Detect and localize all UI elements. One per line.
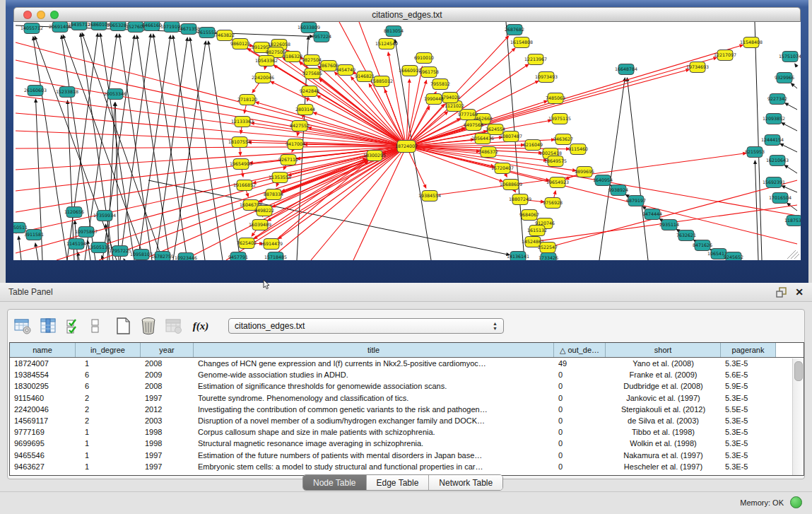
graph-node[interactable]: 12213967 xyxy=(524,54,547,65)
graph-node[interactable]: 9275685 xyxy=(302,69,322,79)
table-row[interactable]: 969969511998Structural magnetic resonanc… xyxy=(10,438,804,449)
cell[interactable]: 5.9E-5 xyxy=(721,382,776,390)
cell[interactable]: 0 xyxy=(554,439,606,448)
clear-row-selection-icon[interactable] xyxy=(90,317,101,335)
graph-node[interactable]: 9684067 xyxy=(519,210,539,221)
graph-node[interactable]: 12133363 xyxy=(231,117,254,127)
cell[interactable]: 1998 xyxy=(141,428,194,436)
graph-node[interactable]: 9463627 xyxy=(553,134,573,145)
cell[interactable]: 0 xyxy=(554,451,606,460)
zoom-window-button[interactable] xyxy=(50,11,59,19)
cell[interactable]: Tourette syndrome. Phenomenology and cla… xyxy=(194,394,554,402)
cell[interactable]: 2 xyxy=(76,405,141,414)
cell[interactable]: 0 xyxy=(554,462,606,471)
cell[interactable]: 5.3E-5 xyxy=(721,439,776,448)
graph-node[interactable]: 16648784 xyxy=(615,64,637,75)
cell[interactable]: 2008 xyxy=(141,382,194,390)
cell[interactable]: de Silva et al. (2003) xyxy=(606,416,721,425)
cell[interactable]: Investigating the contribution of common… xyxy=(194,405,554,414)
graph-node[interactable]: 6910010 xyxy=(414,53,434,64)
table-row[interactable]: 1872400712008Changes of HCN gene express… xyxy=(10,358,804,369)
cell[interactable]: Jankovic et al. (1997) xyxy=(606,394,721,402)
cell[interactable]: 9463627 xyxy=(10,462,76,471)
column-header-5[interactable]: short xyxy=(606,343,721,357)
graph-node[interactable]: 19654903 xyxy=(230,159,252,170)
function-builder-icon[interactable]: f(x) xyxy=(190,317,211,335)
close-window-button[interactable] xyxy=(23,11,32,19)
cell[interactable]: 0 xyxy=(554,416,606,425)
cell[interactable]: 5.6E-5 xyxy=(721,370,776,379)
graph-node[interactable]: 9938924 xyxy=(608,185,628,196)
graph-node[interactable]: 7615552 xyxy=(197,28,217,38)
column-header-2[interactable]: year xyxy=(141,343,194,357)
graph-node[interactable]: 7486372 xyxy=(478,147,498,158)
graph-node[interactable]: 11353554 xyxy=(269,173,291,183)
cell[interactable]: 1998 xyxy=(141,439,194,448)
cell[interactable]: 19384554 xyxy=(10,370,76,379)
column-header-1[interactable]: in_degree xyxy=(76,343,141,357)
graph-node[interactable]: 9242848 xyxy=(300,86,319,97)
graph-node[interactable]: 15751074 xyxy=(779,52,801,62)
cell[interactable]: 2003 xyxy=(141,416,194,425)
graph-node[interactable]: 8454749 xyxy=(336,65,355,76)
graph-node[interactable]: 18724007 xyxy=(395,141,418,153)
column-header-3[interactable]: title xyxy=(194,343,554,357)
graph-node[interactable]: 16914479 xyxy=(260,239,283,250)
graph-node[interactable]: 2522547 xyxy=(538,243,558,253)
graph-node[interactable]: 7463822 xyxy=(215,30,235,41)
cell[interactable]: Wolkin et al. (1998) xyxy=(606,439,721,448)
cell[interactable]: Changes of HCN gene expression and I(f) … xyxy=(194,359,554,368)
graph-node[interactable]: 6961758 xyxy=(419,67,439,78)
graph-node[interactable]: 16782759 xyxy=(151,252,174,261)
graph-node[interactable]: 15124549 xyxy=(375,39,398,49)
table-row[interactable]: 1938455462009Genome-wide association stu… xyxy=(10,369,804,380)
delete-table-icon[interactable] xyxy=(139,317,158,335)
cell[interactable]: 2009 xyxy=(141,370,194,379)
close-panel-icon[interactable]: ✕ xyxy=(795,286,804,298)
select-all-rows-icon[interactable] xyxy=(64,317,83,335)
graph-node[interactable]: 8813054 xyxy=(384,26,404,37)
cell[interactable]: Estimation of the future numbers of pati… xyxy=(194,451,554,460)
graph-node[interactable]: 1615132 xyxy=(527,226,547,236)
cell[interactable]: Stergiakouli et al. (2012) xyxy=(606,405,721,414)
graph-node[interactable]: 10958107 xyxy=(130,250,153,260)
graph-node[interactable]: 9474444 xyxy=(642,209,662,220)
cell[interactable]: 5.3E-5 xyxy=(721,359,776,368)
cell[interactable]: 5.3E-5 xyxy=(721,428,776,436)
cell[interactable]: 0 xyxy=(554,382,606,390)
vertical-scrollbar[interactable] xyxy=(792,358,804,475)
table-selector[interactable]: citations_edges.txt ▲▼ xyxy=(228,318,504,334)
graph-node[interactable]: 16154808 xyxy=(510,37,533,48)
table-row[interactable]: 1456911722003Disruption of a novel membe… xyxy=(10,415,804,426)
graph-node[interactable]: 7632621 xyxy=(676,230,696,241)
graph-node[interactable]: 19734693 xyxy=(686,62,709,73)
cell[interactable]: 5.3E-5 xyxy=(721,416,776,425)
graph-node[interactable]: 20053346 xyxy=(104,89,126,100)
tab-network-table[interactable]: Network Table xyxy=(429,475,502,490)
cell[interactable]: 9465546 xyxy=(10,451,76,460)
tab-edge-table[interactable]: Edge Table xyxy=(367,475,430,490)
column-header-0[interactable]: name xyxy=(10,343,76,357)
graph-node[interactable]: 6216049 xyxy=(523,140,543,151)
cell[interactable]: 9699695 xyxy=(10,439,76,448)
cell[interactable]: 5.5E-5 xyxy=(721,405,776,414)
graph-node[interactable]: 15718485 xyxy=(264,252,287,261)
graph-node[interactable]: 3911581 xyxy=(24,230,44,240)
table-row[interactable]: 977716911998Corpus callosum shape and si… xyxy=(10,426,804,438)
graph-node[interactable]: 6466160 xyxy=(142,22,162,31)
graph-node[interactable]: 9245652 xyxy=(724,252,743,261)
graph-node[interactable]: 11548408 xyxy=(740,37,763,48)
cell[interactable]: 1997 xyxy=(141,451,194,460)
graph-node[interactable]: 16660910 xyxy=(399,66,421,76)
cell[interactable]: 1 xyxy=(76,428,141,436)
graph-node[interactable]: 7485063 xyxy=(546,93,565,104)
cell[interactable]: 22420046 xyxy=(10,405,76,414)
graph-node[interactable]: 9756928 xyxy=(543,198,563,209)
table-row[interactable]: 946362711997Embryonic stem cells: a mode… xyxy=(10,461,804,472)
graph-node[interactable]: 7625402 xyxy=(237,238,257,249)
graph-node[interactable]: 1990448 xyxy=(424,94,444,105)
cell[interactable]: 9115460 xyxy=(10,394,76,402)
graph-node[interactable]: 2935114 xyxy=(659,220,679,230)
cell[interactable]: Estimation of significance thresholds fo… xyxy=(194,382,554,390)
cell[interactable]: Dudbridge et al. (2008) xyxy=(606,382,721,390)
